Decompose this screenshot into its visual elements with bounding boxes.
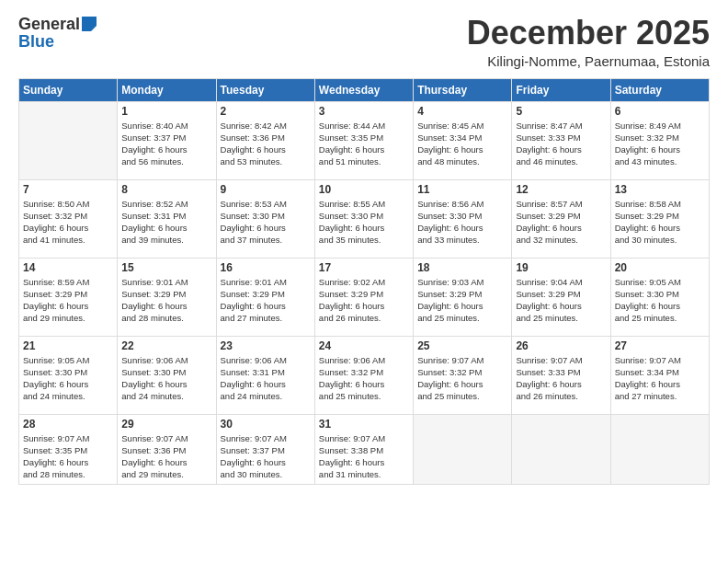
day-info: Sunrise: 8:57 AM Sunset: 3:29 PM Dayligh…: [516, 198, 606, 247]
calendar-cell: 29Sunrise: 9:07 AM Sunset: 3:36 PM Dayli…: [118, 414, 216, 484]
calendar-cell: 13Sunrise: 8:58 AM Sunset: 3:29 PM Dayli…: [610, 179, 709, 258]
day-info: Sunrise: 9:01 AM Sunset: 3:29 PM Dayligh…: [121, 276, 211, 325]
day-number: 18: [417, 261, 507, 274]
day-number: 11: [417, 183, 507, 196]
day-info: Sunrise: 9:07 AM Sunset: 3:35 PM Dayligh…: [23, 432, 113, 481]
day-info: Sunrise: 9:01 AM Sunset: 3:29 PM Dayligh…: [221, 276, 311, 325]
day-number: 31: [319, 418, 409, 431]
day-number: 28: [23, 418, 113, 431]
day-number: 6: [615, 105, 705, 118]
day-number: 25: [417, 339, 507, 352]
day-number: 27: [615, 339, 705, 352]
day-number: 20: [615, 261, 705, 274]
title-section: December 2025 Kilingi-Nomme, Paernumaa, …: [467, 15, 710, 69]
day-info: Sunrise: 9:07 AM Sunset: 3:33 PM Dayligh…: [516, 354, 606, 403]
logo-row: General: [18, 15, 97, 34]
day-number: 8: [121, 183, 211, 196]
calendar-cell: [19, 101, 118, 179]
weekday-header-saturday: Saturday: [610, 78, 709, 101]
day-info: Sunrise: 9:07 AM Sunset: 3:36 PM Dayligh…: [121, 432, 211, 481]
calendar-cell: 5Sunrise: 8:47 AM Sunset: 3:33 PM Daylig…: [512, 101, 610, 179]
calendar-cell: 25Sunrise: 9:07 AM Sunset: 3:32 PM Dayli…: [414, 336, 512, 414]
calendar-cell: 20Sunrise: 9:05 AM Sunset: 3:30 PM Dayli…: [610, 258, 709, 336]
calendar-cell: 4Sunrise: 8:45 AM Sunset: 3:34 PM Daylig…: [414, 101, 512, 179]
week-row-5: 28Sunrise: 9:07 AM Sunset: 3:35 PM Dayli…: [19, 414, 710, 484]
day-info: Sunrise: 9:06 AM Sunset: 3:31 PM Dayligh…: [221, 354, 311, 403]
day-info: Sunrise: 8:47 AM Sunset: 3:33 PM Dayligh…: [516, 120, 606, 168]
logo-icon: [82, 17, 97, 31]
calendar-cell: 31Sunrise: 9:07 AM Sunset: 3:38 PM Dayli…: [314, 414, 413, 484]
calendar-cell: 8Sunrise: 8:52 AM Sunset: 3:31 PM Daylig…: [118, 179, 216, 258]
day-info: Sunrise: 8:45 AM Sunset: 3:34 PM Dayligh…: [417, 120, 507, 168]
week-row-4: 21Sunrise: 9:05 AM Sunset: 3:30 PM Dayli…: [19, 336, 710, 414]
day-number: 30: [221, 418, 311, 431]
weekday-header-wednesday: Wednesday: [314, 78, 413, 101]
day-number: 9: [221, 183, 311, 196]
month-title: December 2025: [467, 15, 710, 52]
day-info: Sunrise: 9:06 AM Sunset: 3:30 PM Dayligh…: [121, 354, 211, 403]
calendar-cell: 9Sunrise: 8:53 AM Sunset: 3:30 PM Daylig…: [216, 179, 314, 258]
day-number: 12: [516, 183, 606, 196]
day-number: 14: [23, 261, 113, 274]
day-info: Sunrise: 9:07 AM Sunset: 3:34 PM Dayligh…: [615, 354, 705, 403]
day-info: Sunrise: 9:03 AM Sunset: 3:29 PM Dayligh…: [417, 276, 507, 325]
day-info: Sunrise: 9:04 AM Sunset: 3:29 PM Dayligh…: [516, 276, 606, 325]
day-info: Sunrise: 9:07 AM Sunset: 3:32 PM Dayligh…: [417, 354, 507, 403]
calendar-cell: 11Sunrise: 8:56 AM Sunset: 3:30 PM Dayli…: [414, 179, 512, 258]
day-number: 22: [121, 339, 211, 352]
day-info: Sunrise: 9:05 AM Sunset: 3:30 PM Dayligh…: [23, 354, 113, 403]
weekday-header-thursday: Thursday: [414, 78, 512, 101]
calendar-cell: 16Sunrise: 9:01 AM Sunset: 3:29 PM Dayli…: [216, 258, 314, 336]
day-info: Sunrise: 8:56 AM Sunset: 3:30 PM Dayligh…: [417, 198, 507, 247]
weekday-header-friday: Friday: [512, 78, 610, 101]
calendar-cell: 2Sunrise: 8:42 AM Sunset: 3:36 PM Daylig…: [216, 101, 314, 179]
day-info: Sunrise: 8:53 AM Sunset: 3:30 PM Dayligh…: [221, 198, 311, 247]
week-row-3: 14Sunrise: 8:59 AM Sunset: 3:29 PM Dayli…: [19, 258, 710, 336]
calendar-cell: 12Sunrise: 8:57 AM Sunset: 3:29 PM Dayli…: [512, 179, 610, 258]
day-number: 17: [319, 261, 409, 274]
page-container: General Blue December 2025 Kilingi-Nomme…: [0, 0, 728, 563]
day-info: Sunrise: 8:59 AM Sunset: 3:29 PM Dayligh…: [23, 276, 113, 325]
day-number: 10: [319, 183, 409, 196]
day-info: Sunrise: 8:52 AM Sunset: 3:31 PM Dayligh…: [121, 198, 211, 247]
location: Kilingi-Nomme, Paernumaa, Estonia: [467, 53, 710, 69]
weekday-header-sunday: Sunday: [19, 78, 118, 101]
calendar-cell: 22Sunrise: 9:06 AM Sunset: 3:30 PM Dayli…: [118, 336, 216, 414]
weekday-header-row: SundayMondayTuesdayWednesdayThursdayFrid…: [19, 78, 710, 101]
logo-blue: Blue: [18, 32, 54, 52]
day-number: 2: [221, 105, 311, 118]
calendar-cell: 24Sunrise: 9:06 AM Sunset: 3:32 PM Dayli…: [314, 336, 413, 414]
day-number: 7: [23, 183, 113, 196]
weekday-header-monday: Monday: [118, 78, 216, 101]
day-number: 5: [516, 105, 606, 118]
day-info: Sunrise: 8:42 AM Sunset: 3:36 PM Dayligh…: [221, 120, 311, 168]
week-row-2: 7Sunrise: 8:50 AM Sunset: 3:32 PM Daylig…: [19, 179, 710, 258]
day-number: 16: [221, 261, 311, 274]
day-info: Sunrise: 8:44 AM Sunset: 3:35 PM Dayligh…: [319, 120, 409, 168]
logo: General Blue: [18, 15, 97, 52]
day-number: 19: [516, 261, 606, 274]
day-number: 29: [121, 418, 211, 431]
calendar-cell: 14Sunrise: 8:59 AM Sunset: 3:29 PM Dayli…: [19, 258, 118, 336]
calendar-cell: 15Sunrise: 9:01 AM Sunset: 3:29 PM Dayli…: [118, 258, 216, 336]
calendar-cell: 3Sunrise: 8:44 AM Sunset: 3:35 PM Daylig…: [314, 101, 413, 179]
day-number: 15: [121, 261, 211, 274]
calendar-cell: 6Sunrise: 8:49 AM Sunset: 3:32 PM Daylig…: [610, 101, 709, 179]
calendar-cell: 1Sunrise: 8:40 AM Sunset: 3:37 PM Daylig…: [118, 101, 216, 179]
day-info: Sunrise: 8:50 AM Sunset: 3:32 PM Dayligh…: [23, 198, 113, 247]
day-number: 21: [23, 339, 113, 352]
week-row-1: 1Sunrise: 8:40 AM Sunset: 3:37 PM Daylig…: [19, 101, 710, 179]
svg-marker-0: [82, 17, 97, 31]
calendar-cell: 26Sunrise: 9:07 AM Sunset: 3:33 PM Dayli…: [512, 336, 610, 414]
day-number: 26: [516, 339, 606, 352]
header: General Blue December 2025 Kilingi-Nomme…: [18, 15, 710, 69]
day-number: 23: [221, 339, 311, 352]
calendar-cell: 30Sunrise: 9:07 AM Sunset: 3:37 PM Dayli…: [216, 414, 314, 484]
calendar-cell: 21Sunrise: 9:05 AM Sunset: 3:30 PM Dayli…: [19, 336, 118, 414]
calendar-cell: 23Sunrise: 9:06 AM Sunset: 3:31 PM Dayli…: [216, 336, 314, 414]
logo-general: General: [18, 15, 80, 34]
calendar-cell: [414, 414, 512, 484]
day-info: Sunrise: 9:05 AM Sunset: 3:30 PM Dayligh…: [615, 276, 705, 325]
calendar-cell: 18Sunrise: 9:03 AM Sunset: 3:29 PM Dayli…: [414, 258, 512, 336]
day-info: Sunrise: 9:07 AM Sunset: 3:37 PM Dayligh…: [221, 432, 311, 481]
